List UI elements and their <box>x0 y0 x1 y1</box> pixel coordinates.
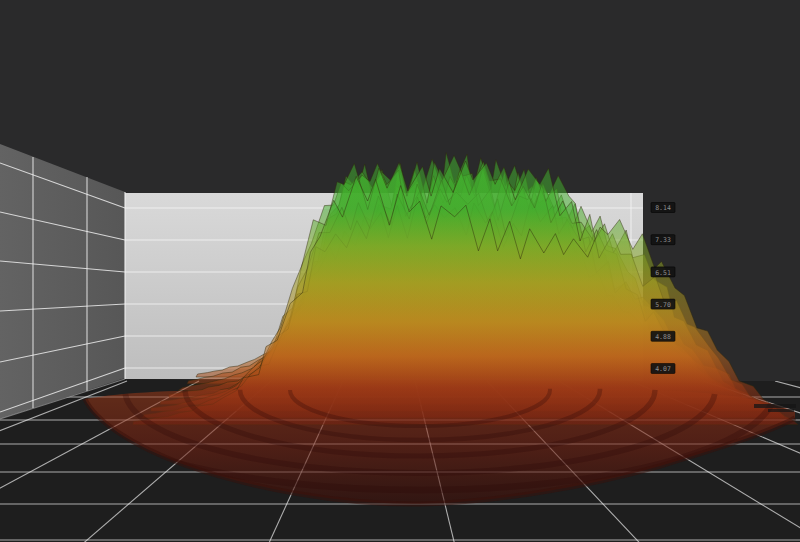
z-axis-tick: 4.07 <box>651 364 675 374</box>
floor-corner-smudge <box>754 404 796 408</box>
z-axis-tick: 4.88 <box>651 331 675 341</box>
surface-plot-canvas: 8.147.336.515.704.884.07 <box>0 0 800 542</box>
z-axis-tick: 7.33 <box>651 235 675 245</box>
z-axis-tick-label: 4.07 <box>655 365 671 373</box>
floor-corner-smudge <box>768 409 794 412</box>
z-axis-tick-label: 6.51 <box>655 269 671 277</box>
z-axis-tick: 5.70 <box>651 299 675 309</box>
z-axis-tick: 8.14 <box>651 203 675 213</box>
z-axis-tick-label: 4.88 <box>655 333 671 341</box>
z-axis-tick-label: 8.14 <box>655 204 671 212</box>
surface-plot-viewport[interactable]: 8.147.336.515.704.884.07 <box>0 0 800 542</box>
z-axis-tick-label: 7.33 <box>655 237 671 245</box>
z-axis-tick-label: 5.70 <box>655 301 671 309</box>
z-axis-tick: 6.51 <box>651 267 675 277</box>
